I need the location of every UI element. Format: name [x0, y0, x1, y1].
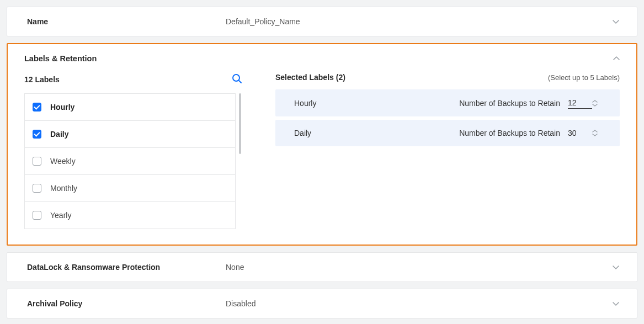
checkbox-daily[interactable]	[33, 130, 41, 139]
name-label: Name	[27, 17, 226, 26]
retain-label: Number of Backups to Retain	[459, 129, 560, 137]
label-text: Daily	[50, 130, 68, 139]
archival-panel: Archival Policy Disabled	[7, 289, 637, 318]
name-row[interactable]: Name Default_Policy_Name	[7, 7, 637, 36]
retain-stepper-daily[interactable]: 30	[568, 128, 604, 139]
retain-value[interactable]: 12	[568, 97, 592, 109]
selected-labels-title: Selected Labels (2)	[275, 73, 345, 82]
datalock-label: DataLock & Ransomware Protection	[27, 263, 226, 272]
chevron-down-icon[interactable]	[611, 17, 620, 26]
svg-line-1	[239, 81, 241, 83]
checkbox-hourly[interactable]	[33, 103, 41, 111]
selected-row-hourly: Hourly Number of Backups to Retain 12	[275, 89, 620, 116]
datalock-row[interactable]: DataLock & Ransomware Protection None	[7, 253, 637, 281]
archival-label: Archival Policy	[27, 299, 226, 308]
checkbox-yearly[interactable]	[33, 211, 41, 220]
labels-list-wrap: Hourly Daily Weekly Monthly	[24, 93, 242, 229]
datalock-value: None	[226, 263, 617, 272]
search-icon[interactable]	[231, 73, 242, 86]
selected-labels-header: Selected Labels (2) (Select up to 5 Labe…	[275, 73, 620, 82]
checkbox-weekly[interactable]	[33, 157, 41, 166]
retain-value[interactable]: 30	[568, 128, 592, 139]
labels-count: 12 Labels	[24, 75, 60, 84]
labels-retention-title: Labels & Retention	[24, 54, 620, 63]
label-item-weekly[interactable]: Weekly	[25, 148, 235, 175]
available-labels-header: 12 Labels	[24, 73, 242, 86]
label-item-yearly[interactable]: Yearly	[25, 202, 235, 229]
checkbox-monthly[interactable]	[33, 184, 41, 193]
stepper-arrows[interactable]	[592, 99, 598, 107]
chevron-down-icon[interactable]	[611, 263, 620, 272]
label-text: Hourly	[50, 103, 74, 111]
labels-body: 12 Labels Hourly Daily	[24, 73, 620, 229]
archival-value: Disabled	[226, 299, 617, 308]
available-labels-column: 12 Labels Hourly Daily	[24, 73, 242, 229]
label-text: Monthly	[50, 184, 77, 193]
label-item-daily[interactable]: Daily	[25, 121, 235, 148]
selected-row-daily: Daily Number of Backups to Retain 30	[275, 120, 620, 146]
archival-row[interactable]: Archival Policy Disabled	[7, 289, 637, 318]
name-value: Default_Policy_Name	[226, 17, 617, 26]
stepper-arrows[interactable]	[592, 129, 598, 137]
scrollbar-thumb[interactable]	[239, 93, 241, 154]
svg-point-0	[233, 75, 239, 81]
selected-label-name: Hourly	[294, 99, 459, 108]
chevron-up-icon[interactable]	[612, 54, 621, 65]
label-item-hourly[interactable]: Hourly	[25, 94, 235, 121]
label-text: Weekly	[50, 157, 76, 166]
label-text: Yearly	[50, 211, 71, 220]
datalock-panel: DataLock & Ransomware Protection None	[7, 252, 637, 282]
label-item-monthly[interactable]: Monthly	[25, 175, 235, 202]
selected-label-name: Daily	[294, 129, 459, 137]
name-panel: Name Default_Policy_Name	[7, 7, 637, 36]
labels-scrollbar[interactable]	[239, 93, 242, 229]
labels-list: Hourly Daily Weekly Monthly	[24, 93, 236, 229]
labels-retention-panel: Labels & Retention 12 Labels Hourly	[7, 43, 637, 246]
retain-label: Number of Backups to Retain	[459, 99, 560, 108]
labels-retention-title-text: Labels & Retention	[24, 54, 97, 63]
chevron-down-icon[interactable]	[611, 299, 620, 308]
labels-limit-hint: (Select up to 5 Labels)	[548, 73, 620, 82]
retain-stepper-hourly[interactable]: 12	[568, 97, 604, 109]
selected-labels-column: Selected Labels (2) (Select up to 5 Labe…	[275, 73, 620, 229]
